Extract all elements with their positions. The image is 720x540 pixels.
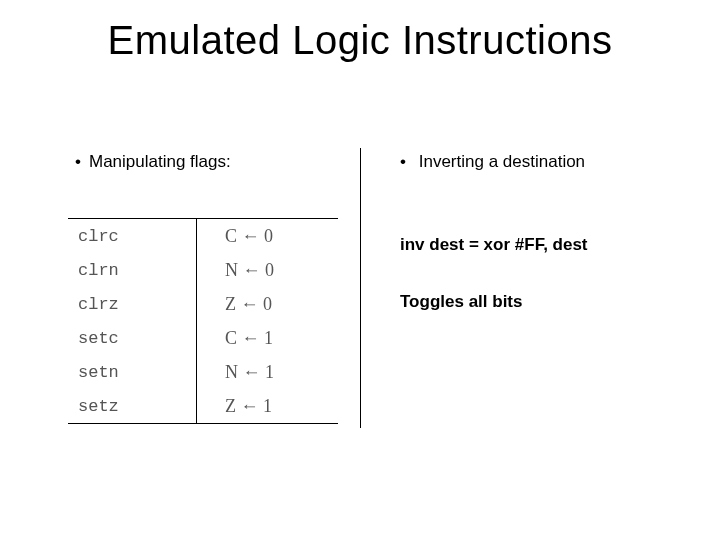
effect: Z ← 0 bbox=[197, 294, 338, 315]
page-title: Emulated Logic Instructions bbox=[0, 18, 720, 63]
mnemonic: setz bbox=[68, 397, 196, 416]
bullet-icon: • bbox=[75, 152, 89, 172]
table-row: setz Z ← 1 bbox=[68, 389, 338, 423]
table-row: clrn N ← 0 bbox=[68, 253, 338, 287]
table-rule bbox=[68, 423, 338, 424]
effect: C ← 0 bbox=[197, 226, 338, 247]
table-row: setn N ← 1 bbox=[68, 355, 338, 389]
column-divider bbox=[360, 148, 361, 428]
effect: Z ← 1 bbox=[197, 396, 338, 417]
mnemonic: setn bbox=[68, 363, 196, 382]
effect: N ← 1 bbox=[197, 362, 338, 383]
left-heading-text: Manipulating flags: bbox=[89, 152, 231, 171]
note-text: Toggles all bits bbox=[400, 292, 522, 312]
table-row: clrc C ← 0 bbox=[68, 219, 338, 253]
table-row: setc C ← 1 bbox=[68, 321, 338, 355]
effect: N ← 0 bbox=[197, 260, 338, 281]
mnemonic: clrc bbox=[68, 227, 196, 246]
mnemonic: setc bbox=[68, 329, 196, 348]
mnemonic: clrn bbox=[68, 261, 196, 280]
right-heading-text: Inverting a destination bbox=[419, 152, 585, 171]
flag-instruction-table: clrc C ← 0 clrn N ← 0 clrz Z ← 0 setc C … bbox=[68, 218, 338, 424]
mnemonic: clrz bbox=[68, 295, 196, 314]
table-row: clrz Z ← 0 bbox=[68, 287, 338, 321]
equation-text: inv dest = xor #FF, dest bbox=[400, 235, 588, 255]
effect: C ← 1 bbox=[197, 328, 338, 349]
right-heading: • Inverting a destination bbox=[400, 152, 585, 172]
bullet-icon: • bbox=[400, 152, 414, 172]
left-heading: •Manipulating flags: bbox=[75, 152, 231, 172]
